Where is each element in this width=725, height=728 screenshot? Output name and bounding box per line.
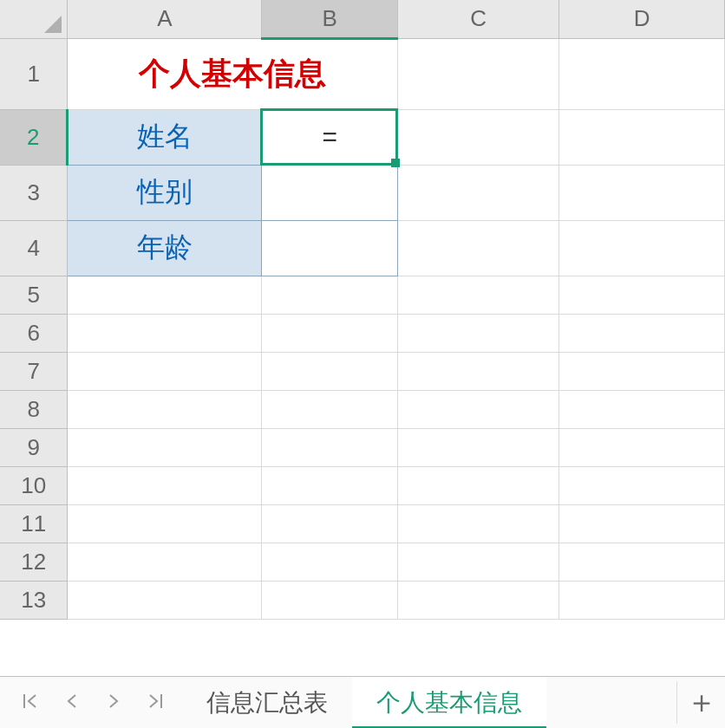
row-header-3[interactable]: 3 (0, 165, 68, 220)
column-header-b[interactable]: B (262, 0, 398, 38)
cell-a2[interactable]: 姓名 (68, 109, 262, 165)
cell-b10[interactable] (262, 466, 398, 504)
cell-d2[interactable] (559, 109, 725, 165)
nav-prev-icon[interactable] (59, 691, 85, 715)
tab-personal-info[interactable]: 个人基本信息 (352, 677, 546, 729)
cell-c7[interactable] (398, 352, 559, 390)
cell-a3[interactable]: 性别 (68, 165, 262, 220)
cell-b2[interactable]: = (262, 109, 398, 165)
row-header-5[interactable]: 5 (0, 276, 68, 314)
cell-b6[interactable] (262, 314, 398, 352)
tab-summary[interactable]: 信息汇总表 (182, 677, 352, 729)
cell-b4[interactable] (262, 220, 398, 276)
select-all-corner[interactable] (0, 0, 68, 38)
cell-a7[interactable] (68, 352, 262, 390)
cell-c10[interactable] (398, 466, 559, 504)
column-header-c[interactable]: C (398, 0, 559, 38)
cell-c1[interactable] (398, 38, 559, 109)
cell-a4[interactable]: 年龄 (68, 220, 262, 276)
nav-next-icon[interactable] (101, 691, 127, 715)
cell-c9[interactable] (398, 428, 559, 466)
add-sheet-button[interactable]: ＋ (676, 681, 725, 724)
nav-last-icon[interactable] (142, 691, 168, 715)
cell-c4[interactable] (398, 220, 559, 276)
tab-nav-buttons (0, 691, 182, 715)
cell-d4[interactable] (559, 220, 725, 276)
row-header-2[interactable]: 2 (0, 109, 68, 165)
row-header-13[interactable]: 13 (0, 581, 68, 619)
row-header-9[interactable]: 9 (0, 428, 68, 466)
column-header-d[interactable]: D (559, 0, 725, 38)
cell-c12[interactable] (398, 543, 559, 581)
cell-d10[interactable] (559, 466, 725, 504)
row-header-6[interactable]: 6 (0, 314, 68, 352)
column-header-a[interactable]: A (68, 0, 262, 38)
cell-c8[interactable] (398, 390, 559, 428)
cell-a12[interactable] (68, 543, 262, 581)
cell-d8[interactable] (559, 390, 725, 428)
cell-d9[interactable] (559, 428, 725, 466)
cell-d1[interactable] (559, 38, 725, 109)
worksheet-tabs: 信息汇总表 个人基本信息 (182, 677, 676, 729)
spreadsheet-grid[interactable]: A B C D 1 个人基本信息 2 姓名 = 3 性别 4 年龄 (0, 0, 725, 676)
cell-b11[interactable] (262, 504, 398, 543)
cell-c5[interactable] (398, 276, 559, 314)
row-header-12[interactable]: 12 (0, 543, 68, 581)
cell-a5[interactable] (68, 276, 262, 314)
cell-a8[interactable] (68, 390, 262, 428)
worksheet-tab-bar: 信息汇总表 个人基本信息 ＋ (0, 676, 725, 728)
cell-b7[interactable] (262, 352, 398, 390)
cell-d11[interactable] (559, 504, 725, 543)
cell-b9[interactable] (262, 428, 398, 466)
row-header-10[interactable]: 10 (0, 466, 68, 504)
row-header-7[interactable]: 7 (0, 352, 68, 390)
row-header-11[interactable]: 11 (0, 504, 68, 543)
cell-c2[interactable] (398, 109, 559, 165)
cell-a11[interactable] (68, 504, 262, 543)
cell-d7[interactable] (559, 352, 725, 390)
cell-d5[interactable] (559, 276, 725, 314)
cell-a10[interactable] (68, 466, 262, 504)
cell-a13[interactable] (68, 581, 262, 619)
cell-d6[interactable] (559, 314, 725, 352)
cell-d3[interactable] (559, 165, 725, 220)
cell-b5[interactable] (262, 276, 398, 314)
cell-c3[interactable] (398, 165, 559, 220)
row-header-8[interactable]: 8 (0, 390, 68, 428)
cell-c11[interactable] (398, 504, 559, 543)
cell-b13[interactable] (262, 581, 398, 619)
cell-d12[interactable] (559, 543, 725, 581)
cell-b8[interactable] (262, 390, 398, 428)
row-header-4[interactable]: 4 (0, 220, 68, 276)
nav-first-icon[interactable] (17, 691, 43, 715)
cell-a6[interactable] (68, 314, 262, 352)
cell-b12[interactable] (262, 543, 398, 581)
row-header-1[interactable]: 1 (0, 38, 68, 109)
cell-c13[interactable] (398, 581, 559, 619)
cell-c6[interactable] (398, 314, 559, 352)
cell-a1-title[interactable]: 个人基本信息 (68, 38, 398, 109)
cell-d13[interactable] (559, 581, 725, 619)
cell-a9[interactable] (68, 428, 262, 466)
cell-b3[interactable] (262, 165, 398, 220)
